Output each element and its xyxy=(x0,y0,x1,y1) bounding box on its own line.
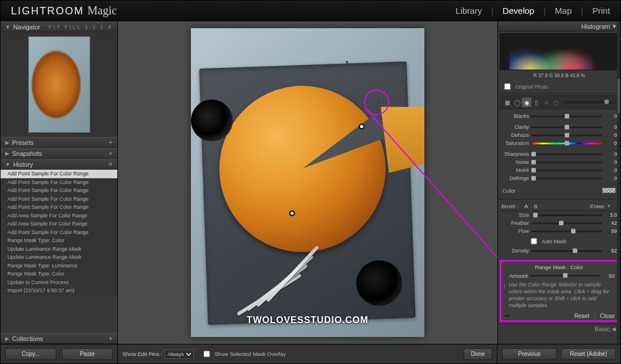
previous-button[interactable]: Previous xyxy=(502,348,557,360)
photo-tray xyxy=(200,62,416,325)
add-preset-icon[interactable]: + xyxy=(108,138,113,147)
show-pins-select[interactable]: Always xyxy=(164,350,194,359)
brush-feather-slider[interactable]: Feather42 xyxy=(501,219,617,227)
radial-tool-icon[interactable]: ○ xyxy=(542,98,551,107)
navigator-thumbnail[interactable] xyxy=(1,32,117,137)
photo-preview[interactable] xyxy=(191,28,424,337)
history-item[interactable]: Range Mask Type: Color xyxy=(1,270,117,278)
photo-cup xyxy=(356,260,403,307)
history-item[interactable]: Add Point Sample For Color Range xyxy=(1,178,117,187)
presets-header[interactable]: ▶ Presets + xyxy=(1,137,117,148)
module-develop[interactable]: Develop xyxy=(503,6,534,16)
paste-button[interactable]: Paste xyxy=(62,348,113,360)
clarity-slider[interactable]: Clarity0 xyxy=(501,123,617,131)
range-close-button[interactable]: Close xyxy=(600,313,615,319)
history-item[interactable]: Update Luminance Range Mask xyxy=(1,245,117,254)
disclosure-triangle-icon: ▼ xyxy=(5,162,10,167)
tool-density-slider[interactable] xyxy=(563,101,614,104)
navigator-modes[interactable]: FIT FILL 1:1 1:4 xyxy=(48,24,113,30)
collections-header[interactable]: ▶ Collections + xyxy=(1,333,117,344)
auto-mask-checkbox[interactable]: Auto Mask xyxy=(528,236,617,247)
right-panel: Histogram ▼ R 37.9 G 39.8 B 42.8 % Origi… xyxy=(497,21,620,344)
brand-text: LIGHTROOM xyxy=(11,5,84,17)
presets-title: Presets xyxy=(12,139,33,146)
snapshots-header[interactable]: ▶ Snapshots + xyxy=(1,148,117,159)
history-list: Add Point Sample For Color Range Add Poi… xyxy=(1,170,117,295)
copy-button[interactable]: Copy... xyxy=(5,348,56,360)
range-amount-slider[interactable]: Amount 50 xyxy=(504,273,615,279)
history-title: History xyxy=(13,161,33,168)
color-sample-icon[interactable] xyxy=(346,60,350,64)
add-collection-icon[interactable]: + xyxy=(108,334,113,343)
history-item[interactable]: Add Point Sample For Color Range xyxy=(1,170,117,178)
defringe-slider[interactable]: Defringe0 xyxy=(501,174,617,182)
brush-label: Brush : xyxy=(501,203,519,209)
range-reset-button[interactable]: Reset xyxy=(574,313,589,319)
basic-panel-header[interactable]: Basic ◀ xyxy=(498,324,620,334)
history-item[interactable]: Add Point Sample For Color Range xyxy=(1,228,117,237)
original-photo-toggle[interactable]: Original Photo xyxy=(498,80,620,94)
module-print[interactable]: Print xyxy=(592,6,610,16)
done-button[interactable]: Done xyxy=(463,348,492,360)
color-picker-row[interactable]: Color xyxy=(501,185,617,196)
photo-slice xyxy=(381,98,424,174)
history-item[interactable]: Range Mask Type: Luminance xyxy=(1,262,117,270)
range-color-swatch[interactable] xyxy=(504,313,511,318)
brush-b-tab[interactable]: B xyxy=(534,203,537,209)
info-icon: i xyxy=(504,282,505,309)
navigator-header[interactable]: ▼ Navigator FIT FILL 1:1 1:4 xyxy=(1,21,117,32)
blacks-slider[interactable]: Blacks0 xyxy=(501,112,617,120)
history-item[interactable]: Add Point Sample For Color Range xyxy=(1,186,117,195)
photo-forks xyxy=(231,244,332,304)
histogram-header[interactable]: Histogram ▼ xyxy=(498,21,620,32)
brush-flow-slider[interactable]: Flow59 xyxy=(501,227,617,235)
right-scrollbar[interactable] xyxy=(617,21,620,344)
disclosure-triangle-icon: ▶ xyxy=(5,140,9,145)
color-swatch-icon[interactable] xyxy=(602,187,616,193)
history-item[interactable]: Range Mask Type: Color xyxy=(1,236,117,245)
color-sample-icon[interactable] xyxy=(377,101,381,105)
add-snapshot-icon[interactable]: + xyxy=(108,149,113,158)
clear-history-icon[interactable]: ✕ xyxy=(108,161,113,167)
adjustment-pin[interactable] xyxy=(289,210,295,216)
sharpness-slider[interactable]: Sharpness0 xyxy=(501,150,617,158)
crop-tool-icon[interactable]: ▦ xyxy=(503,98,512,107)
graduated-tool-icon[interactable]: ▯ xyxy=(532,98,541,107)
reset-button[interactable]: Reset (Adobe) xyxy=(561,348,616,360)
brush-a-tab[interactable]: A xyxy=(524,203,528,209)
disclosure-triangle-icon: ▶ xyxy=(5,151,9,156)
history-header[interactable]: ▼ History ✕ xyxy=(1,159,117,170)
moire-slider[interactable]: Moiré0 xyxy=(501,166,617,174)
original-photo-checkbox[interactable] xyxy=(504,83,511,90)
module-map[interactable]: Map xyxy=(555,6,572,16)
history-item[interactable]: Add Point Sample For Color Range xyxy=(1,195,117,204)
history-item[interactable]: Update to Current Process xyxy=(1,278,117,287)
show-overlay-checkbox[interactable]: Show Selected Mask Overlay xyxy=(201,348,286,359)
range-mask-title[interactable]: Range Mask : Color xyxy=(504,264,615,270)
left-panel: ▼ Navigator FIT FILL 1:1 1:4 ▶ Presets +… xyxy=(1,21,118,344)
spot-tool-icon[interactable]: ◯ xyxy=(512,98,522,107)
range-mask-panel: Range Mask : Color Amount 50 i Use the C… xyxy=(500,260,619,322)
rgb-readout: R 37.9 G 39.8 B 42.8 % xyxy=(498,72,620,80)
module-library[interactable]: Library xyxy=(455,6,482,16)
history-item[interactable]: Import (22/10/17 9:50:37 am) xyxy=(1,286,117,295)
history-item[interactable]: Add Point Sample For Color Range xyxy=(1,203,117,212)
saturation-slider[interactable]: Saturation0 xyxy=(501,139,617,147)
disclosure-triangle-icon[interactable]: ▼ xyxy=(607,204,611,209)
redeye-tool-icon[interactable]: ◉ xyxy=(522,98,531,107)
history-item[interactable]: Add Area Sample For Color Range xyxy=(1,212,117,220)
brush-density-slider[interactable]: Density62 xyxy=(501,247,617,255)
navigator-title: Navigator xyxy=(13,24,40,30)
dehaze-slider[interactable]: Dehaze0 xyxy=(501,131,617,139)
module-picker: Library| Develop| Map| Print xyxy=(455,6,610,16)
history-item[interactable]: Add Area Sample For Color Range xyxy=(1,220,117,228)
bottom-bar: Copy... Paste Show Edit Pins : Always Sh… xyxy=(1,344,620,363)
brush-tool-icon[interactable]: ◌ xyxy=(551,98,561,107)
range-info-text: i Use the Color Range Selector to sample… xyxy=(504,281,615,309)
brush-erase-tab[interactable]: Erase xyxy=(590,203,604,209)
snapshots-title: Snapshots xyxy=(12,150,42,157)
brush-size-slider[interactable]: Size3.0 xyxy=(501,211,617,219)
history-item[interactable]: Update Luminance Range Mask xyxy=(1,253,117,262)
histogram[interactable] xyxy=(500,33,619,70)
noise-slider[interactable]: Noise0 xyxy=(501,158,617,166)
